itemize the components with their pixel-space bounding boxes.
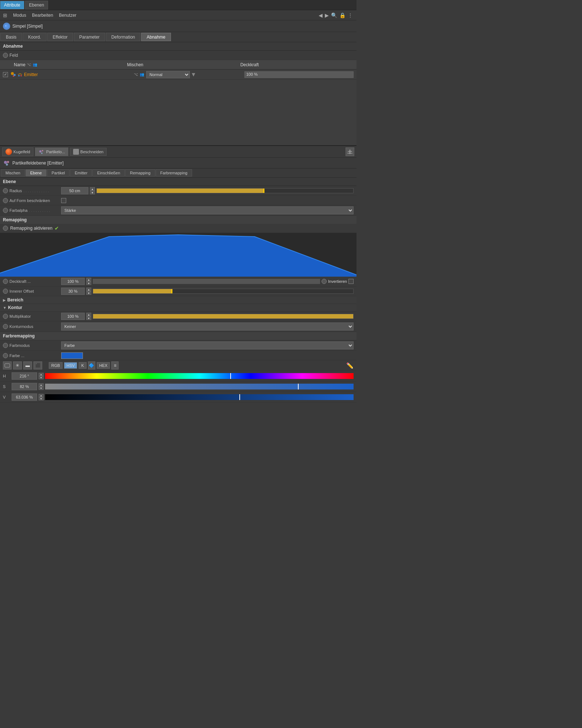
v-slider-row: V ▲ ▼ (0, 392, 356, 403)
farbalpha-circle[interactable] (3, 208, 8, 213)
lock-icon[interactable]: 🔒 (339, 12, 346, 18)
farbmodus-select[interactable]: Farbe (61, 341, 354, 349)
svg-rect-18 (5, 364, 9, 367)
farbalpha-select[interactable]: Stärke (61, 206, 354, 214)
tab-abnahme[interactable]: Abnahme (141, 33, 171, 41)
v-slider[interactable] (45, 394, 354, 400)
search-icon[interactable]: 🔍 (331, 12, 337, 18)
radius-slider[interactable] (96, 188, 354, 193)
multiplikator-stepper[interactable]: ▲ ▼ (86, 313, 91, 320)
remapping-curve-chart[interactable] (0, 233, 356, 277)
emitter-mischen-select[interactable]: Normal (146, 71, 190, 78)
beschneiden-tab[interactable]: Beschneiden (70, 148, 107, 156)
remapping-activate-row: Remapping aktivieren ✔ (0, 224, 356, 233)
subtab-remapping[interactable]: Remapping (125, 169, 155, 177)
kontur-section[interactable]: ▼ Kontur (0, 304, 356, 312)
color-mode-hsv[interactable]: HSV (64, 362, 77, 369)
innerer-offset-input[interactable] (61, 288, 85, 295)
nav-back-icon[interactable]: ◀ (319, 12, 323, 18)
partikelo-tab[interactable]: Partikelo... (35, 147, 68, 156)
h-input[interactable] (12, 372, 37, 380)
svg-point-4 (13, 75, 14, 77)
innerer-slider[interactable] (93, 289, 354, 294)
v-up[interactable]: ▲ (39, 394, 44, 397)
subtab-emitter[interactable]: Emitter (70, 169, 92, 177)
invertieren-checkbox[interactable] (348, 279, 354, 284)
subtab-ebene[interactable]: Ebene (25, 169, 47, 177)
deckkraft-input[interactable] (61, 278, 85, 285)
emitter-checkbox[interactable]: ✓ (3, 72, 10, 77)
innerer-offset-circle[interactable] (3, 289, 8, 294)
tab-koord[interactable]: Koord. (23, 33, 46, 41)
deckkraft-circle[interactable] (3, 279, 8, 284)
more-icon[interactable]: ⋮ (348, 12, 353, 18)
v-stepper[interactable]: ▲ ▼ (39, 394, 44, 400)
color-tool-box[interactable]: ⬛ (33, 361, 42, 369)
bereich-section[interactable]: ▶ Bereich (0, 296, 356, 304)
deckkraft-stepper[interactable]: ▲ ▼ (86, 278, 91, 285)
emitter-icon-area (10, 71, 24, 78)
konturmodus-select[interactable]: Keiner (61, 323, 354, 331)
add-layer-btn[interactable] (346, 147, 354, 156)
radius-circle-btn[interactable] (3, 188, 8, 193)
farbmodus-circle[interactable] (3, 343, 8, 348)
innerer-stepper[interactable]: ▲ ▼ (86, 288, 91, 295)
tab-parameter[interactable]: Parameter (74, 33, 105, 41)
farbe-swatch[interactable] (61, 352, 83, 359)
kugelfeld-label: Kugelfeld (13, 150, 30, 154)
remapping-circle[interactable] (3, 226, 8, 231)
subtab-einschliessen[interactable]: Einschließen (92, 169, 125, 177)
tab-ebenen[interactable]: Ebenen (25, 1, 48, 9)
emitter-mischen-col: ⌥ 👥 Normal ▼ (134, 71, 244, 78)
tab-deformation[interactable]: Deformation (106, 33, 140, 41)
menu-bearbeiten[interactable]: Bearbeiten (29, 12, 56, 19)
multiplikator-circle[interactable] (3, 314, 8, 319)
auf-form-circle[interactable] (3, 198, 8, 203)
tab-attribute[interactable]: Attribute (0, 1, 24, 9)
menu-modus[interactable]: Modus (10, 12, 29, 19)
deckkraft-slider[interactable] (93, 279, 320, 284)
svg-point-0 (4, 24, 9, 28)
subtab-partikel[interactable]: Partikel (47, 169, 70, 177)
s-down[interactable]: ▼ (39, 387, 44, 390)
h-down[interactable]: ▼ (39, 376, 44, 379)
emitter-deckkraft-track[interactable]: 100 % (244, 71, 354, 78)
eyedropper-icon[interactable]: ✏️ (346, 362, 354, 369)
color-mode-k[interactable]: K (79, 362, 86, 369)
menu-benutzer[interactable]: Benutzer (56, 12, 79, 19)
color-tool-spectrum[interactable] (3, 361, 12, 369)
auf-form-checkbox[interactable] (61, 198, 66, 203)
color-mode-hex[interactable]: HEX (97, 362, 110, 369)
invertieren-circle[interactable] (322, 279, 327, 284)
kugelfeld-tab[interactable]: Kugelfeld (2, 147, 33, 156)
v-input[interactable] (12, 393, 37, 401)
tab-basis[interactable]: Basis (0, 33, 22, 41)
multiplikator-slider[interactable] (93, 314, 354, 319)
s-input[interactable] (12, 383, 37, 390)
v-down[interactable]: ▼ (39, 397, 44, 400)
s-slider-row: S ▲ ▼ (0, 381, 356, 392)
s-stepper[interactable]: ▲ ▼ (39, 383, 44, 390)
h-up[interactable]: ▲ (39, 373, 44, 376)
h-stepper[interactable]: ▲ ▼ (39, 373, 44, 379)
tab-effektor[interactable]: Effektor (47, 33, 73, 41)
beschneiden-icon (73, 149, 79, 155)
radius-stepper[interactable]: ▲ ▼ (90, 187, 95, 194)
nav-forward-icon[interactable]: ▶ (325, 12, 329, 18)
farbe-circle[interactable] (3, 353, 8, 358)
s-slider[interactable] (45, 384, 354, 389)
subtab-farbremapping[interactable]: Farbremapping (156, 169, 192, 177)
feld-circle-btn[interactable] (3, 53, 8, 58)
color-mode-rgb[interactable]: RGB (49, 362, 63, 369)
color-icon-btn[interactable]: 🔷 (88, 361, 95, 369)
s-up[interactable]: ▲ (39, 383, 44, 387)
h-slider[interactable] (45, 373, 354, 379)
subtab-mischen[interactable]: Mischen (1, 169, 25, 177)
radius-input[interactable] (61, 187, 88, 194)
konturmodus-circle[interactable] (3, 324, 8, 329)
color-tool-linear[interactable]: ▬ (23, 361, 32, 369)
ebene-section-header: Ebene (0, 178, 356, 186)
color-tool-wheel[interactable]: ✳ (13, 361, 22, 369)
color-extra-btn[interactable]: ≡ (111, 361, 119, 369)
multiplikator-input[interactable] (61, 313, 85, 320)
